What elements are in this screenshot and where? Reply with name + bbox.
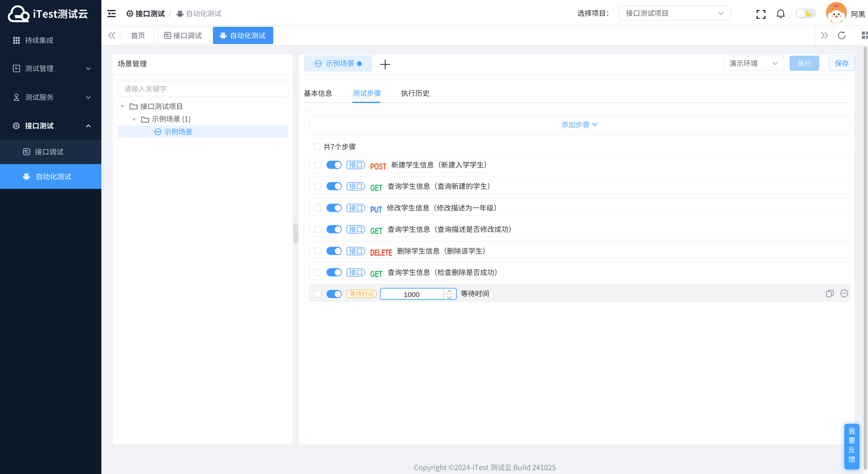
svg-text:TEST: TEST xyxy=(315,62,321,65)
svg-text:TEST: TEST xyxy=(155,131,161,133)
